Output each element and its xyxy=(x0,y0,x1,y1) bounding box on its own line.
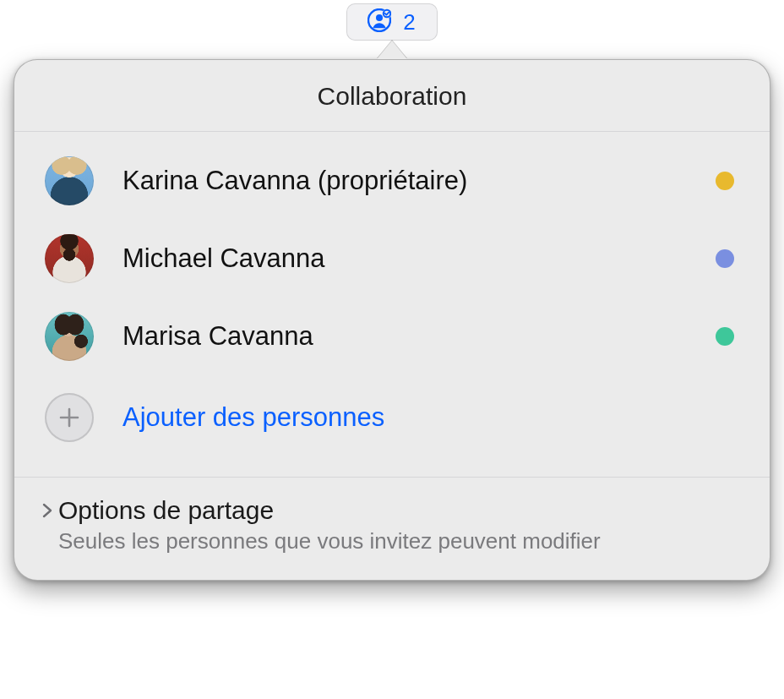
presence-dot xyxy=(716,327,734,346)
participant-name: Marisa Cavanna xyxy=(122,321,702,352)
avatar xyxy=(45,156,94,205)
participant-row[interactable]: Karina Cavanna (propriétaire) xyxy=(45,142,739,220)
popover-arrow xyxy=(377,41,407,59)
svg-point-1 xyxy=(376,14,383,21)
participant-name: Karina Cavanna (propriétaire) xyxy=(122,166,702,196)
share-options-subtitle: Seules les personnes que vous invitez pe… xyxy=(58,528,739,554)
presence-dot xyxy=(716,249,734,268)
collaboration-popover: Collaboration Karina Cavanna (propriétai… xyxy=(14,41,770,581)
collaboration-button[interactable]: 2 xyxy=(346,3,438,41)
participant-name: Michael Cavanna xyxy=(122,243,702,274)
plus-icon xyxy=(45,393,94,442)
participant-list: Karina Cavanna (propriétaire) Michael Ca… xyxy=(14,132,770,463)
avatar xyxy=(45,312,94,361)
presence-dot xyxy=(716,172,734,190)
popover-title: Collaboration xyxy=(14,60,770,132)
participant-count: 2 xyxy=(403,9,416,35)
person-badge-icon xyxy=(368,8,391,35)
chevron-right-icon xyxy=(40,503,55,518)
add-people-label: Ajouter des personnes xyxy=(122,402,384,433)
avatar xyxy=(45,234,94,283)
add-people-button[interactable]: Ajouter des personnes xyxy=(45,375,739,460)
participant-row[interactable]: Michael Cavanna xyxy=(45,220,739,298)
participant-row[interactable]: Marisa Cavanna xyxy=(45,298,739,375)
share-options-section[interactable]: Options de partage Seules les personnes … xyxy=(14,477,770,580)
share-options-title: Options de partage xyxy=(58,496,274,525)
